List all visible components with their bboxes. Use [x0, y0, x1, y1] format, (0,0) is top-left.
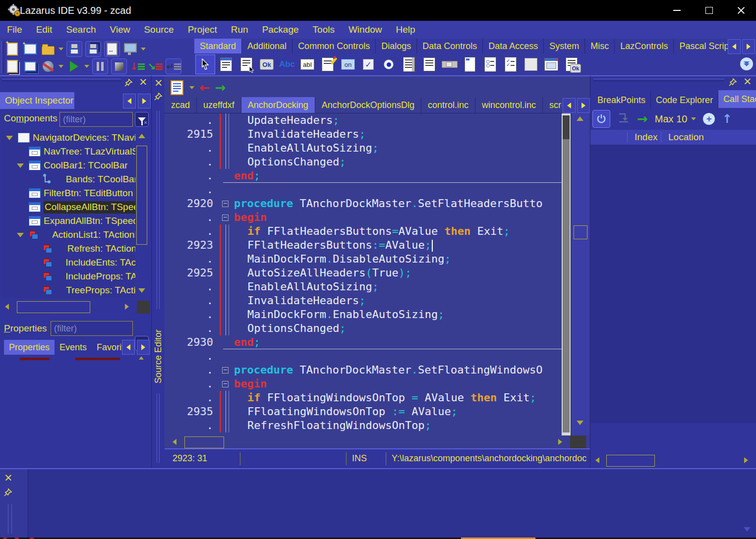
unit-list-button[interactable]	[170, 80, 184, 95]
call-stack-horizontal-scrollbar[interactable]	[592, 454, 755, 468]
palette-icon-checkbox[interactable]: ✓	[359, 55, 378, 74]
scroll-right-icon[interactable]	[744, 457, 748, 463]
oi-forward-button[interactable]	[138, 94, 151, 108]
components-tree-horizontal-scrollbar[interactable]	[0, 300, 151, 314]
tree-item-expandallbtn[interactable]: ExpandAllBtn: TSpeedBu	[1, 214, 135, 228]
palette-overflow-button[interactable]	[740, 57, 753, 70]
scroll-up-icon[interactable]	[577, 116, 583, 121]
toolbar-new-unit-button[interactable]	[5, 42, 20, 56]
palette-tab-pascal-script[interactable]: Pascal Script	[674, 39, 730, 54]
editor-tab-control-inc[interactable]: control.inc	[421, 97, 475, 113]
jump-back-button[interactable]: ←	[199, 80, 210, 95]
editor-tab-scrollingwi[interactable]: scrollingwi	[543, 97, 562, 113]
editor-tabs-scroll-right-button[interactable]	[577, 98, 590, 113]
code-line[interactable]: .MainDockForm.DisableAutoSizing;	[165, 252, 562, 266]
code-line[interactable]: .OptionsChanged;	[165, 322, 562, 335]
scrollbar-thumb[interactable]	[184, 436, 224, 448]
toolbar-build-mode-button[interactable]	[41, 59, 56, 74]
dock-grip[interactable]	[8, 504, 12, 534]
toolbar-save-as-button[interactable]: ↔	[104, 41, 120, 57]
code-line[interactable]: .UpdateHeaders;	[165, 113, 562, 127]
scroll-right-icon[interactable]	[558, 439, 562, 445]
menu-help[interactable]: Help	[389, 21, 422, 39]
open-dropdown-icon[interactable]	[58, 48, 63, 51]
expand-arrow-icon[interactable]	[17, 163, 24, 168]
palette-icon-combo-box[interactable]	[420, 55, 439, 74]
column-index[interactable]: Index	[627, 132, 661, 143]
code-line[interactable]: .RefreshFloatingWindowsOnTop;	[165, 419, 562, 432]
code-line[interactable]: .MainDockForm.EnableAutoSizing;	[165, 308, 562, 322]
dock-grip[interactable]	[593, 79, 724, 81]
pin-icon[interactable]	[124, 78, 133, 87]
expand-arrow-icon[interactable]	[17, 233, 24, 237]
editor-dock-scroll-column[interactable]	[571, 113, 589, 435]
editor-tab-anchordockoptionsdlg[interactable]: AnchorDockOptionsDlg	[315, 97, 421, 113]
palette-icon-frame[interactable]	[542, 55, 561, 74]
scrollbar-thumb[interactable]	[136, 146, 147, 245]
code-line[interactable]: .end;	[165, 169, 562, 183]
menu-view[interactable]: View	[103, 21, 137, 39]
oi-back-button[interactable]	[123, 94, 136, 108]
more-stack-frames-button[interactable]: +	[703, 113, 715, 125]
components-filter-input[interactable]: (filter)	[59, 112, 133, 127]
editor-tab-uzeffdxf[interactable]: uzeffdxf	[197, 97, 241, 113]
toolbar-show-form-button[interactable]	[123, 42, 138, 56]
toolbar-stop-button[interactable]	[111, 58, 127, 74]
components-tree-vertical-scrollbar[interactable]	[135, 132, 148, 298]
code-area[interactable]: .UpdateHeaders;2915InvalidateHeaders;.En…	[165, 113, 562, 435]
max-depth-dropdown[interactable]: Max 10	[655, 113, 697, 125]
code-line[interactable]: .	[165, 349, 562, 363]
run-dropdown-icon[interactable]	[84, 65, 89, 68]
toolbar-step-out-button[interactable]: ↵	[166, 58, 181, 74]
scroll-down-icon[interactable]	[577, 421, 583, 425]
column-location[interactable]: Location	[661, 132, 704, 143]
tree-item-includeprops[interactable]: IncludeProps: TActio	[1, 270, 135, 283]
tree-item-includeents[interactable]: IncludeEnts: TAction	[1, 256, 135, 270]
tree-item-actionlist1[interactable]: ActionList1: TActionList	[1, 228, 135, 242]
pin-icon[interactable]	[154, 92, 163, 101]
close-panel-icon[interactable]: ×	[4, 473, 13, 482]
source-editor-splitter[interactable]: × Source Editor	[151, 75, 165, 469]
editor-tab-anchordocking[interactable]: AnchorDocking	[241, 97, 315, 113]
pin-icon[interactable]	[728, 78, 737, 87]
palette-icon-list-box[interactable]	[400, 55, 418, 74]
toolbar-step-over-button[interactable]: ↓	[130, 59, 145, 74]
menu-project[interactable]: Project	[181, 21, 224, 39]
pin-icon[interactable]	[3, 488, 12, 497]
palette-icon-button-panel[interactable]: Ok	[562, 55, 581, 74]
toolbar-windows-button[interactable]	[23, 59, 38, 74]
close-button[interactable]	[726, 0, 756, 21]
oi-tabs-scroll-right-button[interactable]	[137, 340, 150, 355]
tree-item-collapseallbtn[interactable]: CollapseAllBtn: TSpeedB	[1, 200, 135, 214]
editor-tab-wincontrol-inc[interactable]: wincontrol.inc	[475, 97, 543, 113]
panel-tab-breakpoints[interactable]: BreakPoints	[592, 92, 651, 108]
code-fold-icon[interactable]	[222, 201, 229, 207]
palette-tab-dialogs[interactable]: Dialogs	[376, 39, 417, 54]
code-line[interactable]: .if FFloatingWindowsOnTop = AValue then …	[165, 391, 562, 405]
code-line[interactable]: 2925AutoSizeAllHeaders(True);	[165, 266, 562, 280]
code-line[interactable]: .begin	[165, 377, 562, 391]
menu-run[interactable]: Run	[224, 21, 255, 39]
build-mode-dropdown-icon[interactable]	[58, 65, 63, 68]
palette-icon-panel[interactable]	[522, 55, 540, 74]
tree-item-navtree[interactable]: NavTree: TLazVirtualStrin	[1, 145, 135, 159]
call-stack-body[interactable]	[590, 145, 756, 423]
code-line[interactable]: 2923FFlatHeadersButtons:=AValue;	[165, 238, 562, 252]
tree-item-treeprops[interactable]: TreeProps: TAction	[1, 283, 135, 297]
menu-edit[interactable]: Edit	[29, 21, 59, 39]
palette-tabs-scroll-right-button[interactable]	[742, 39, 755, 54]
components-filter-button[interactable]: ×	[135, 112, 149, 127]
maximize-button[interactable]	[694, 0, 724, 21]
palette-tab-data-access[interactable]: Data Access	[483, 39, 544, 54]
code-line[interactable]: .EnableAllAutoSizing;	[165, 141, 562, 155]
panel-tab-call-stack[interactable]: Call Stack	[718, 90, 756, 108]
code-fold-icon[interactable]	[222, 215, 229, 221]
code-fold-icon[interactable]	[222, 367, 229, 374]
palette-tabs-scroll-left-button[interactable]	[728, 39, 741, 54]
code-line[interactable]: 2935FFloatingWindowsOnTop := AValue;	[165, 405, 562, 419]
code-fold-icon[interactable]	[222, 381, 229, 387]
palette-icon-toggle-box[interactable]: on	[339, 55, 357, 74]
code-line[interactable]: .if FFlatHeadersButtons=AValue then Exit…	[165, 224, 562, 238]
palette-tab-system[interactable]: System	[544, 39, 585, 54]
palette-icon-edit[interactable]: abI	[298, 55, 317, 74]
